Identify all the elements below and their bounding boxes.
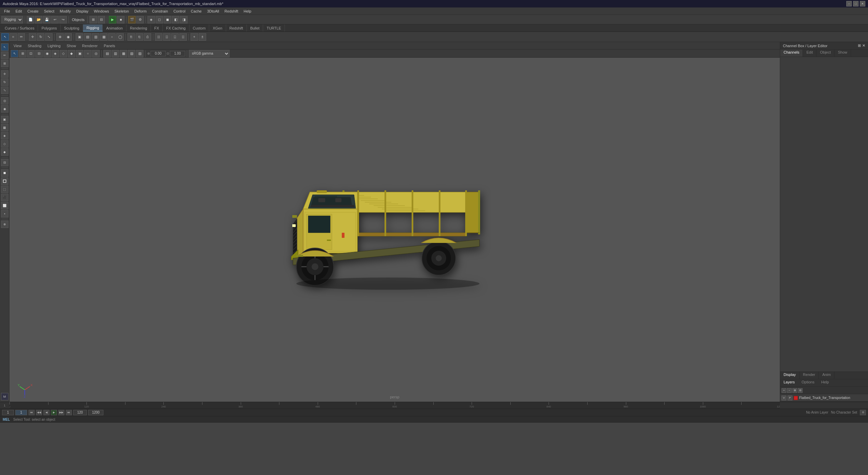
vp-menu-shading[interactable]: Shading bbox=[25, 43, 44, 49]
vp-menu-show[interactable]: Show bbox=[64, 43, 79, 49]
camera-x-input[interactable] bbox=[151, 51, 166, 56]
side-tool15[interactable]: 🔲 bbox=[1, 169, 8, 177]
tab-rigging[interactable]: Rigging bbox=[83, 24, 103, 32]
rigging-tool1[interactable]: ⎘ bbox=[127, 33, 135, 41]
menu-cache[interactable]: Cache bbox=[188, 8, 204, 14]
rigging-dropdown[interactable]: Rigging bbox=[1, 16, 23, 23]
menu-select[interactable]: Select bbox=[41, 8, 57, 14]
tab-layers[interactable]: Layers bbox=[780, 379, 798, 386]
snap-point[interactable]: ⌺ bbox=[171, 33, 179, 41]
vp-menu-panels[interactable]: Panels bbox=[101, 43, 118, 49]
vp-btn10[interactable]: ○ bbox=[84, 50, 92, 57]
end-frame-input2[interactable] bbox=[88, 410, 103, 415]
tab-turtle[interactable]: TURTLE bbox=[263, 24, 285, 32]
start-frame-input[interactable] bbox=[2, 410, 14, 415]
layers-btn4[interactable]: ⊟ bbox=[798, 388, 803, 393]
vp-menu-view[interactable]: View bbox=[11, 43, 24, 49]
tab-sculpting[interactable]: Sculpting bbox=[61, 24, 83, 32]
tab-render[interactable]: Render bbox=[800, 372, 819, 379]
side-tool7[interactable]: ◎ bbox=[1, 97, 8, 104]
save-file-button[interactable]: 💾 bbox=[43, 16, 51, 23]
tab-fx[interactable]: FX bbox=[151, 24, 163, 32]
layers-new-btn[interactable]: + bbox=[782, 388, 786, 393]
step-fwd-btn[interactable]: ▶▶ bbox=[58, 410, 64, 415]
side-tool21[interactable]: ⊕ bbox=[1, 221, 8, 228]
vp-btn11[interactable]: ◎ bbox=[92, 50, 100, 57]
side-paint[interactable]: ✏ bbox=[1, 52, 8, 59]
side-tool9[interactable]: ▣ bbox=[1, 116, 8, 123]
vp-shading4[interactable]: ▧ bbox=[128, 50, 135, 57]
menu-edit[interactable]: Edit bbox=[13, 8, 25, 14]
tab-xgen[interactable]: XGen bbox=[209, 24, 226, 32]
tab-options[interactable]: Options bbox=[798, 379, 818, 386]
undo-button[interactable]: ↩ bbox=[51, 16, 59, 23]
panel-float-button[interactable]: ⊞ bbox=[858, 43, 861, 48]
tool-btn2[interactable]: ◼ bbox=[164, 16, 171, 23]
tool-btn3[interactable]: ◧ bbox=[172, 16, 179, 23]
menu-display[interactable]: Display bbox=[74, 8, 91, 14]
side-tool16[interactable]: 🔳 bbox=[1, 177, 8, 185]
side-tool19[interactable]: ⬜ bbox=[1, 202, 8, 209]
side-tool11[interactable]: ◈ bbox=[1, 132, 8, 139]
tab-polygons[interactable]: Polygons bbox=[38, 24, 60, 32]
lasso-tool[interactable]: ⌗ bbox=[9, 33, 17, 41]
vp-btn3[interactable]: ⊡ bbox=[27, 50, 35, 57]
tab-channels[interactable]: Channels bbox=[780, 50, 803, 57]
render-button[interactable]: 🎬 bbox=[128, 16, 136, 23]
side-tool8[interactable]: ◉ bbox=[1, 105, 8, 113]
tab-layer-help[interactable]: Help bbox=[818, 379, 832, 386]
menu-3dtoall[interactable]: 3DtoAll bbox=[204, 8, 222, 14]
tab-rendering[interactable]: Rendering bbox=[126, 24, 151, 32]
vp-btn6[interactable]: ◈ bbox=[52, 50, 59, 57]
mesh-tool4[interactable]: ▦ bbox=[100, 33, 107, 41]
layer-color-swatch[interactable] bbox=[794, 396, 798, 400]
tool-btn4[interactable]: ◨ bbox=[180, 16, 188, 23]
close-button[interactable]: ✕ bbox=[860, 1, 865, 6]
vp-btn4[interactable]: ⊟ bbox=[35, 50, 43, 57]
soft-select[interactable]: ◉ bbox=[64, 33, 72, 41]
extra-tool2[interactable]: ± bbox=[199, 33, 206, 41]
tab-redshift[interactable]: Redshift bbox=[226, 24, 247, 32]
tab-display[interactable]: Display bbox=[780, 372, 800, 379]
tab-fx-caching[interactable]: FX Caching bbox=[163, 24, 189, 32]
mesh-tool1[interactable]: ▣ bbox=[76, 33, 83, 41]
display-settings-button[interactable]: ◈ bbox=[147, 16, 155, 23]
3d-viewport[interactable]: persp X Y Z bbox=[9, 58, 780, 402]
play-back-btn[interactable]: ◀ bbox=[43, 410, 50, 415]
rotate-tool[interactable]: ↻ bbox=[37, 33, 44, 41]
menu-redshift[interactable]: Redshift bbox=[222, 8, 241, 14]
prev-keyframe-btn[interactable]: ⏮ bbox=[28, 410, 35, 415]
side-tool3[interactable]: ⊞ bbox=[1, 60, 8, 67]
paint-tool[interactable]: ✏ bbox=[18, 33, 25, 41]
vp-btn8[interactable]: ◆ bbox=[68, 50, 75, 57]
mesh-tool2[interactable]: ▤ bbox=[84, 33, 91, 41]
end-frame-input1[interactable] bbox=[73, 410, 87, 415]
side-move[interactable]: ✛ bbox=[1, 70, 8, 78]
redo-button[interactable]: ↪ bbox=[59, 16, 67, 23]
vp-shading2[interactable]: ▥ bbox=[112, 50, 119, 57]
play-forward-btn[interactable]: ▶ bbox=[51, 410, 57, 415]
layer-playback-btn[interactable]: P bbox=[788, 396, 792, 400]
menu-create[interactable]: Create bbox=[25, 8, 41, 14]
mesh-tool3[interactable]: ▥ bbox=[92, 33, 99, 41]
menu-modify[interactable]: Modify bbox=[57, 8, 73, 14]
stop-button[interactable]: ■ bbox=[117, 16, 124, 23]
rigging-tool3[interactable]: ⎙ bbox=[144, 33, 151, 41]
color-space-dropdown[interactable]: sRGB gamma bbox=[189, 50, 230, 57]
mesh-tool6[interactable]: ◯ bbox=[116, 33, 124, 41]
menu-help[interactable]: Help bbox=[241, 8, 254, 14]
side-select[interactable]: ↖ bbox=[1, 43, 8, 51]
snap-button1[interactable]: ⊞ bbox=[90, 16, 97, 23]
vp-shading1[interactable]: ▤ bbox=[103, 50, 111, 57]
vp-select-btn[interactable]: ↖ bbox=[11, 50, 18, 57]
menu-skeleton[interactable]: Skeleton bbox=[112, 8, 132, 14]
snap-curve[interactable]: ⌹ bbox=[163, 33, 171, 41]
transform-tool[interactable]: ⊕ bbox=[56, 33, 64, 41]
vp-btn7[interactable]: ◇ bbox=[60, 50, 67, 57]
layer-visible-btn[interactable]: V bbox=[782, 396, 786, 400]
tab-object[interactable]: Object bbox=[816, 50, 834, 57]
vp-btn9[interactable]: ▣ bbox=[76, 50, 83, 57]
vp-btn2[interactable]: ⊞ bbox=[19, 50, 26, 57]
snap-button2[interactable]: ⊟ bbox=[98, 16, 105, 23]
layers-btn3[interactable]: ⊞ bbox=[792, 388, 797, 393]
